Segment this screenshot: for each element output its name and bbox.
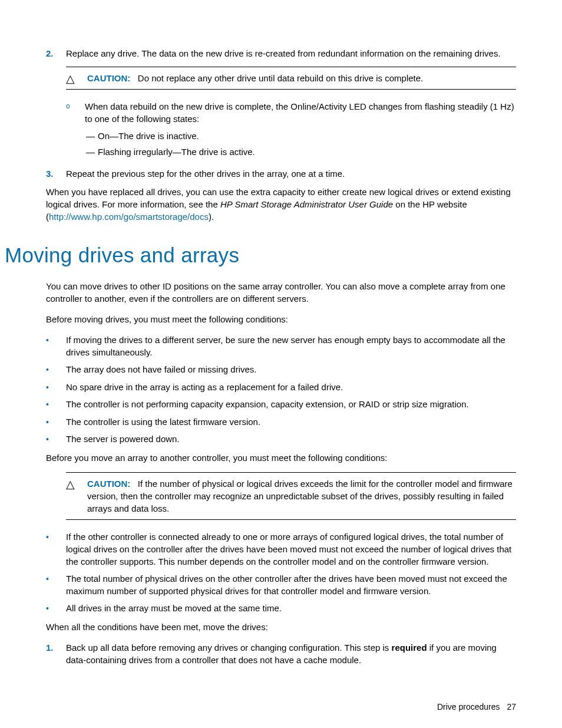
bullet-item: • The array does not have failed or miss… (46, 363, 516, 376)
bullet-text: The total number of physical drives on t… (66, 572, 516, 597)
doc-title-italic: HP Smart Storage Administrator User Guid… (220, 199, 393, 209)
footer-page-number: 27 (507, 702, 516, 711)
sub-bullet-text: When data rebuild on the new drive is co… (85, 100, 516, 125)
hp-docs-link[interactable]: http://www.hp.com/go/smartstorage/docs (49, 212, 209, 222)
sub-bullet: o When data rebuild on the new drive is … (66, 100, 516, 125)
dash-text: Flashing irregularly—The drive is active… (98, 146, 255, 158)
paragraph: When you have replaced all drives, you c… (46, 186, 516, 223)
paragraph: When all the conditions have been met, m… (46, 621, 516, 633)
text: ). (209, 212, 214, 222)
bullet-text: The server is powered down. (66, 433, 516, 446)
bullet-item: • If the other controller is connected a… (46, 531, 516, 568)
ordered-step-2: 2. Replace any drive. The data on the ne… (46, 47, 516, 162)
bullet-text: The controller is using the latest firmw… (66, 416, 516, 429)
bullet-marker: • (46, 334, 66, 358)
step-text: Replace any drive. The data on the new d… (66, 48, 501, 58)
ordered-step-3: 3. Repeat the previous step for the othe… (46, 167, 516, 180)
section-heading: Moving drives and arrays (5, 241, 516, 269)
bullet-item: • The controller is using the latest fir… (46, 416, 516, 429)
caution-box-1: △ CAUTION: Do not replace any other driv… (66, 67, 516, 90)
bullet-marker: • (46, 572, 66, 597)
dash-item: — On—The drive is inactive. (86, 130, 516, 142)
caution-box-2: △ CAUTION: If the number of physical or … (66, 472, 516, 520)
circle-marker: o (66, 100, 85, 125)
step-body: Replace any drive. The data on the new d… (66, 47, 516, 162)
dash-marker: — (86, 146, 98, 158)
caution-body: Do not replace any other drive until dat… (138, 73, 423, 83)
bullet-marker: • (46, 398, 66, 411)
bullet-marker: • (46, 416, 66, 429)
page-footer: Drive procedures 27 (46, 701, 516, 713)
step-body: Back up all data before removing any dri… (66, 641, 516, 666)
dash-text: On—The drive is inactive. (98, 130, 199, 142)
bullet-item: • The controller is not performing capac… (46, 398, 516, 411)
bullet-marker: • (46, 381, 66, 394)
bullet-marker: • (46, 363, 66, 376)
bullet-text: The array does not have failed or missin… (66, 363, 516, 376)
caution-body: If the number of physical or logical dri… (87, 479, 513, 513)
bullet-text: The controller is not performing capacit… (66, 398, 516, 411)
caution-text: CAUTION: If the number of physical or lo… (87, 477, 516, 515)
text: Back up all data before removing any dri… (66, 643, 392, 653)
bullet-item: • No spare drive in the array is acting … (46, 381, 516, 394)
caution-icon: △ (66, 479, 78, 490)
bullet-item: • If moving the drives to a different se… (46, 334, 516, 358)
bold-required: required (392, 643, 427, 653)
caution-text: CAUTION: Do not replace any other drive … (87, 72, 516, 84)
dash-marker: — (86, 130, 98, 142)
paragraph: You can move drives to other ID position… (46, 280, 516, 305)
step-number: 3. (46, 167, 66, 180)
page: 2. Replace any drive. The data on the ne… (0, 0, 562, 728)
caution-label: CAUTION: (87, 73, 130, 83)
step-text: Repeat the previous step for the other d… (66, 167, 516, 180)
footer-section: Drive procedures (437, 702, 500, 711)
paragraph: Before moving drives, you must meet the … (46, 313, 516, 325)
bullet-text: If the other controller is connected alr… (66, 531, 516, 568)
caution-label: CAUTION: (87, 479, 130, 489)
bullet-text: No spare drive in the array is acting as… (66, 381, 516, 394)
bullet-item: • The total number of physical drives on… (46, 572, 516, 597)
bullet-text: All drives in the array must be moved at… (66, 602, 516, 615)
step-number: 1. (46, 641, 66, 666)
dash-item: — Flashing irregularly—The drive is acti… (86, 146, 516, 158)
bullet-marker: • (46, 433, 66, 446)
paragraph: Before you move an array to another cont… (46, 452, 516, 464)
bullet-marker: • (46, 531, 66, 568)
bullet-marker: • (46, 602, 66, 615)
step-number: 2. (46, 47, 66, 162)
caution-icon: △ (66, 73, 78, 84)
ordered-step-1-move: 1. Back up all data before removing any … (46, 641, 516, 666)
bullet-text: If moving the drives to a different serv… (66, 334, 516, 358)
bullet-item: • All drives in the array must be moved … (46, 602, 516, 615)
bullet-item: • The server is powered down. (46, 433, 516, 446)
